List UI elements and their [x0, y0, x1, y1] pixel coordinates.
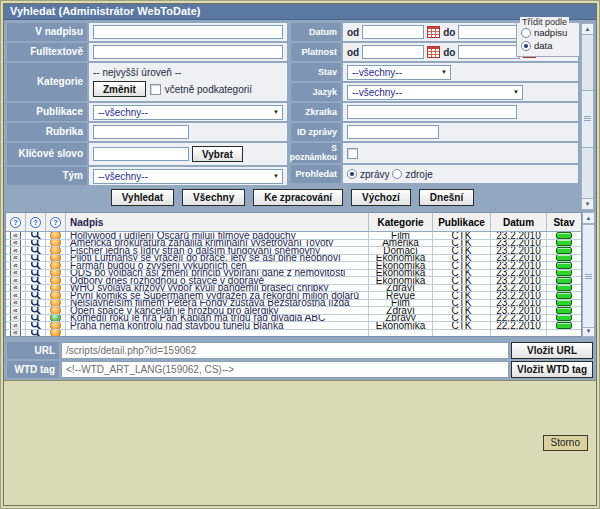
id-zpravy-input[interactable]: [347, 125, 439, 139]
magnifier-icon[interactable]: [30, 330, 42, 336]
insert-icon[interactable]: «: [10, 262, 21, 269]
platnost-od-input[interactable]: [362, 45, 424, 59]
stav-select[interactable]: --všechny-- ▼: [347, 65, 451, 80]
article-datum: 23.2.2010: [491, 277, 547, 284]
s-poznamkou-checkbox[interactable]: [347, 148, 358, 159]
tym-select[interactable]: --všechny-- ▼: [93, 169, 283, 184]
insert-icon[interactable]: «: [10, 292, 21, 299]
article-title[interactable]: WHO svolává krizový výbor kvůli pandemii…: [66, 285, 369, 292]
article-title[interactable]: Hollywood i udílení Oscarů milují filmov…: [66, 232, 369, 239]
v-nadpisu-input[interactable]: [93, 25, 283, 39]
tridit-data-radio[interactable]: [521, 41, 531, 51]
vcetne-podkategorii-checkbox[interactable]: [150, 84, 161, 95]
magnifier-icon[interactable]: [30, 322, 42, 329]
tridit-nadpisu-radio[interactable]: [521, 28, 531, 38]
help-icon[interactable]: ?: [50, 217, 61, 228]
magnifier-icon[interactable]: [30, 285, 42, 292]
form-scrollbar[interactable]: ▲ ▼: [581, 23, 594, 210]
magnifier-icon[interactable]: [30, 270, 42, 277]
insert-icon[interactable]: «: [10, 307, 21, 314]
datum-od-input[interactable]: [362, 25, 424, 39]
platnost-do-input[interactable]: [458, 45, 520, 59]
article-title[interactable]: Nejslavnějším filmem Petera Fondy zůstáv…: [66, 300, 369, 307]
status-pill: [556, 277, 572, 284]
prohledat-zdroje-radio[interactable]: [392, 169, 402, 179]
article-title[interactable]: Farmáři budou o zvýšení výkupních cen: [66, 262, 369, 269]
article-title[interactable]: ODS po volbách asi změní princip vybírán…: [66, 270, 369, 277]
article-title[interactable]: Americká prokuratura zahájila kriminální…: [66, 240, 369, 247]
magnifier-icon[interactable]: [30, 255, 42, 262]
window-title: Vyhledat (Administrátor WebToDate): [4, 4, 596, 20]
insert-icon[interactable]: «: [10, 247, 21, 254]
status-pill: [556, 240, 572, 247]
table-row: « Komedií roku je hra Pan Kaplan má tříd…: [6, 315, 581, 323]
article-title[interactable]: Odbory dnes rozhodnou o stávce v dopravě: [66, 277, 369, 284]
article-title[interactable]: Piloti Lufthansy se vracejí do práce, le…: [66, 255, 369, 262]
insert-icon[interactable]: «: [10, 270, 21, 277]
calendar-icon[interactable]: [427, 46, 440, 58]
table-row-partial: «: [6, 330, 581, 336]
tridit-podle-fieldset: Třídit podle nadpisu data: [516, 22, 580, 57]
rubrika-input[interactable]: [93, 125, 189, 139]
vyhledat-button[interactable]: Vyhledat: [111, 189, 174, 206]
status-pill: [556, 247, 572, 254]
status-pill: [556, 262, 572, 269]
klicove-slovo-input[interactable]: [93, 147, 189, 161]
magnifier-icon[interactable]: [30, 300, 42, 307]
help-icon[interactable]: ?: [30, 217, 41, 228]
datum-do-input[interactable]: [458, 25, 520, 39]
status-pill: [556, 300, 572, 307]
column-nadpis[interactable]: Nadpis: [66, 213, 369, 231]
scroll-down-icon[interactable]: ▼: [581, 198, 594, 210]
insert-icon[interactable]: «: [10, 240, 21, 247]
magnifier-icon[interactable]: [30, 292, 42, 299]
table-scrollbar[interactable]: ▲ ▼: [582, 212, 595, 337]
article-title[interactable]: Open space v kanceláři je hrozbou pro al…: [66, 307, 369, 314]
column-stav[interactable]: Stav: [547, 213, 581, 231]
calendar-icon[interactable]: [427, 26, 440, 38]
chevron-down-icon: ▼: [513, 89, 519, 95]
insert-icon[interactable]: «: [10, 322, 21, 329]
vychozi-button[interactable]: Výchozí: [351, 189, 411, 206]
column-kategorie[interactable]: Kategorie: [369, 213, 433, 231]
vsechny-button[interactable]: Všechny: [182, 189, 245, 206]
publikace-select[interactable]: --všechny-- ▼: [93, 105, 283, 120]
article-title[interactable]: Fischer jedná s lídry stran o dalším fun…: [66, 247, 369, 254]
vlozit-url-button[interactable]: Vložit URL: [511, 342, 593, 359]
wtd-tag-output[interactable]: [61, 361, 509, 378]
fulltextove-input[interactable]: [93, 45, 283, 59]
magnifier-icon[interactable]: [30, 247, 42, 254]
ke-zpracovani-button[interactable]: Ke zpracování: [253, 189, 343, 206]
jazyk-select[interactable]: --všechny-- ▼: [347, 85, 523, 100]
dnesni-button[interactable]: Dnešní: [419, 189, 474, 206]
column-datum[interactable]: Datum: [491, 213, 547, 231]
storno-button[interactable]: Storno: [543, 435, 588, 451]
chevron-down-icon: ▼: [273, 109, 279, 115]
magnifier-icon[interactable]: [30, 232, 42, 239]
insert-icon[interactable]: «: [10, 232, 21, 239]
insert-icon[interactable]: «: [10, 315, 21, 322]
insert-icon[interactable]: «: [10, 255, 21, 262]
article-title[interactable]: Praha nemá kontrolu nad stavbou tunelu B…: [66, 322, 369, 329]
column-publikace[interactable]: Publikace: [433, 213, 491, 231]
table-scrollbar-thumb[interactable]: [582, 224, 595, 328]
help-icon[interactable]: ?: [10, 217, 21, 228]
insert-icon[interactable]: «: [10, 330, 21, 336]
form-scrollbar-thumb[interactable]: [581, 90, 594, 148]
magnifier-icon[interactable]: [30, 277, 42, 284]
url-output[interactable]: [61, 342, 509, 359]
zkratka-input[interactable]: [347, 105, 517, 119]
magnifier-icon[interactable]: [30, 315, 42, 322]
zmenit-button[interactable]: Změnit: [93, 81, 146, 97]
insert-icon[interactable]: «: [10, 285, 21, 292]
article-title[interactable]: První komiks se Supermanem vydražen za r…: [66, 292, 369, 299]
magnifier-icon[interactable]: [30, 307, 42, 314]
insert-icon[interactable]: «: [10, 277, 21, 284]
vybrat-button[interactable]: Vybrat: [192, 146, 243, 162]
magnifier-icon[interactable]: [30, 240, 42, 247]
prohledat-zpravy-radio[interactable]: [347, 169, 357, 179]
article-title[interactable]: Komedií roku je hra Pan Kaplan má třídu …: [66, 315, 369, 322]
vlozit-wtd-tag-button[interactable]: Vložit WTD tag: [511, 361, 593, 378]
insert-icon[interactable]: «: [10, 300, 21, 307]
magnifier-icon[interactable]: [30, 262, 42, 269]
